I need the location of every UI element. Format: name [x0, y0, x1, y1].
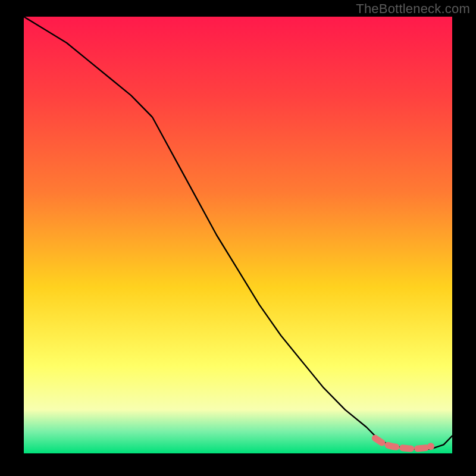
plot-area — [24, 17, 452, 453]
chart-svg — [24, 17, 452, 453]
chart-frame: TheBottleneck.com — [0, 0, 476, 476]
watermark-label: TheBottleneck.com — [356, 1, 470, 17]
end-marker-dot — [427, 443, 434, 450]
gradient-background — [24, 17, 452, 453]
